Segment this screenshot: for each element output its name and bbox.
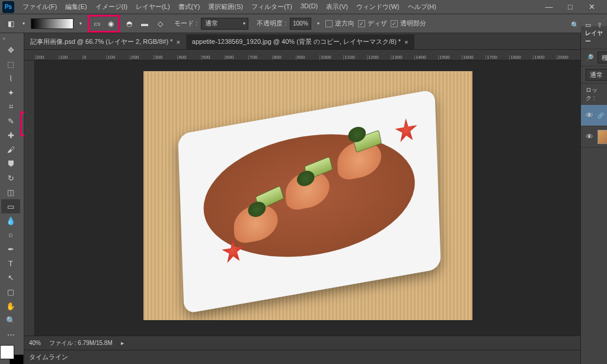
dither-checkbox[interactable]: ✓ディザ [358,19,387,28]
canvas[interactable] [35,60,580,336]
chevron-down-icon[interactable]: ▾ [315,18,322,29]
close-icon[interactable]: ✕ [583,2,600,11]
pen-tool-icon[interactable]: ✒ [1,242,20,256]
wand-tool-icon[interactable]: ✦ [1,85,20,100]
tab-layers[interactable]: レイヤー [581,26,607,49]
zoom-tool-icon[interactable]: 🔍 [1,313,20,327]
linear-gradient-icon[interactable]: ▭ [91,18,103,30]
blend-mode-select[interactable]: 通常 [201,18,248,30]
document-tab[interactable]: 記事用画像.psd @ 66.7% (レイヤー 2, RGB/8#) *× [24,34,186,49]
menu-filter[interactable]: フィルター(T) [248,1,296,12]
maximize-icon[interactable]: □ [562,2,579,11]
gradient-type-group-highlight: ▭ ◉ [88,15,120,33]
menu-image[interactable]: イメージ(I) [92,1,131,12]
shape-tool-icon[interactable]: ▢ [1,285,20,299]
menu-layer[interactable]: レイヤー(L) [132,1,173,12]
menu-select[interactable]: 選択範囲(S) [205,1,247,12]
zoom-level[interactable]: 40% [29,340,41,346]
panel-tabs: レイヤー パス チャンネル 文字 ヒストリー ≡ [581,33,607,49]
stamp-tool-icon[interactable]: ⛊ [1,157,20,171]
app-logo: Ps [2,1,14,13]
diamond-gradient-icon[interactable]: ◇ [154,18,166,30]
menu-window[interactable]: ウィンドウ(W) [353,1,403,12]
type-tool-icon[interactable]: T [1,256,20,270]
gradient-preview[interactable] [31,18,74,29]
reflected-gradient-icon[interactable]: ▬ [139,18,151,30]
chevron-down-icon[interactable]: ▾ [77,18,84,29]
reverse-checkbox[interactable]: 逆方向 [325,19,354,28]
file-info[interactable]: ファイル : 6.79M/15.8M [49,339,113,347]
dodge-tool-icon[interactable]: ○ [1,228,20,242]
right-bar-icons: 🔍 ▭ ⇪ [571,21,602,29]
document-area: 記事用画像.psd @ 66.7% (レイヤー 2, RGB/8#) *× ap… [24,33,580,364]
menu-3d[interactable]: 3D(D) [297,1,321,12]
close-tab-icon[interactable]: × [404,39,408,46]
eraser-tool-icon[interactable]: ◫ [1,185,20,199]
heal-tool-icon[interactable]: ✚ [1,128,20,142]
lock-label: ロック : [586,86,602,103]
share-icon[interactable]: ⇪ [597,21,602,29]
close-tab-icon[interactable]: × [176,39,180,46]
menu-edit[interactable]: 編集(E) [62,1,91,12]
radial-gradient-icon[interactable]: ◉ [105,18,117,30]
layer-filter-select[interactable]: 種類 [598,52,607,63]
document-tab[interactable]: appetite-1238569_1920.jpg @ 40% (背景 のコピー… [186,34,414,49]
brush-tool-icon[interactable]: 🖌 [1,142,20,157]
status-bar: 40% ファイル : 6.79M/15.8M ▸ [24,336,580,350]
chevron-down-icon[interactable]: ▾ [20,18,27,29]
filter-icon[interactable]: 🔎 [586,54,594,62]
panels: レイヤー パス チャンネル 文字 ヒストリー ≡ 🔎 種類 ▦ ◐ T ▢ ◫ … [580,33,607,364]
move-tool-icon[interactable]: ✥ [1,43,20,57]
layer-row[interactable]: 👁背景🔒 [581,126,607,148]
visibility-icon[interactable]: 👁 [584,111,594,120]
ruler-vertical [24,60,35,336]
crop-tool-icon[interactable]: ⌗ [1,100,20,114]
titlebar: Ps ファイル(F) 編集(E) イメージ(I) レイヤー(L) 書式(Y) 選… [0,0,607,14]
view-extras-icon[interactable]: ▭ [585,21,591,29]
hand-tool-icon[interactable]: ✋ [1,299,20,313]
blur-tool-icon[interactable]: 💧 [1,213,20,228]
opacity-label: 不透明度 : [257,19,286,28]
fg-color[interactable] [0,345,14,359]
transparency-checkbox[interactable]: ✓透明部分 [391,19,426,28]
visibility-icon[interactable]: 👁 [584,132,594,141]
minimize-icon[interactable]: — [541,2,557,11]
angle-gradient-icon[interactable]: ◓ [123,18,135,30]
layer-thumb[interactable] [598,130,607,144]
menubar: ファイル(F) 編集(E) イメージ(I) レイヤー(L) 書式(Y) 選択範囲… [19,1,440,12]
opacity-input[interactable]: 100% [290,18,311,30]
mode-label: モード : [174,19,197,28]
lasso-tool-icon[interactable]: ⌇ [1,71,20,85]
chevron-right-icon[interactable]: ▸ [121,340,124,346]
menu-file[interactable]: ファイル(F) [19,1,60,12]
document-tabs: 記事用画像.psd @ 66.7% (レイヤー 2, RGB/8#) *× ap… [24,33,580,50]
options-bar: ◧ ▾ ▾ ▭ ◉ ◓ ▬ ◇ モード : 通常 不透明度 : 100% ▾ 逆… [0,14,607,33]
image-content [143,71,472,320]
history-brush-icon[interactable]: ↻ [1,171,20,185]
eyedropper-tool-icon[interactable]: ✎ [1,114,20,128]
marquee-tool-icon[interactable]: ⬚ [1,57,20,71]
layer-row[interactable]: 👁🔗背景 のコピー [581,105,607,126]
ruler-horizontal: 2001000100200300400500600700800900100011… [24,50,580,60]
search-icon[interactable]: 🔍 [571,21,579,29]
menu-type[interactable]: 書式(Y) [175,1,204,12]
timeline-panel[interactable]: タイムライン [24,350,580,364]
color-swatches[interactable] [0,345,24,364]
more-tools-icon[interactable]: ⋯ [1,327,20,341]
path-select-icon[interactable]: ↖ [1,270,20,285]
toolbox: » ✥ ⬚ ⌇ ✦ ⌗ ✎ ✚ 🖌 ⛊ ↻ ◫ ▭ 💧 ○ ✒ T ↖ ▢ ✋ … [0,33,24,364]
window-controls: — □ ✕ [541,2,605,11]
blend-select[interactable]: 通常 [586,69,607,81]
menu-view[interactable]: 表示(V) [322,1,352,12]
gradient-tool-icon[interactable]: ▭ [1,199,20,213]
menu-help[interactable]: ヘルプ(H) [404,1,440,12]
tool-preset-icon[interactable]: ◧ [5,18,17,30]
